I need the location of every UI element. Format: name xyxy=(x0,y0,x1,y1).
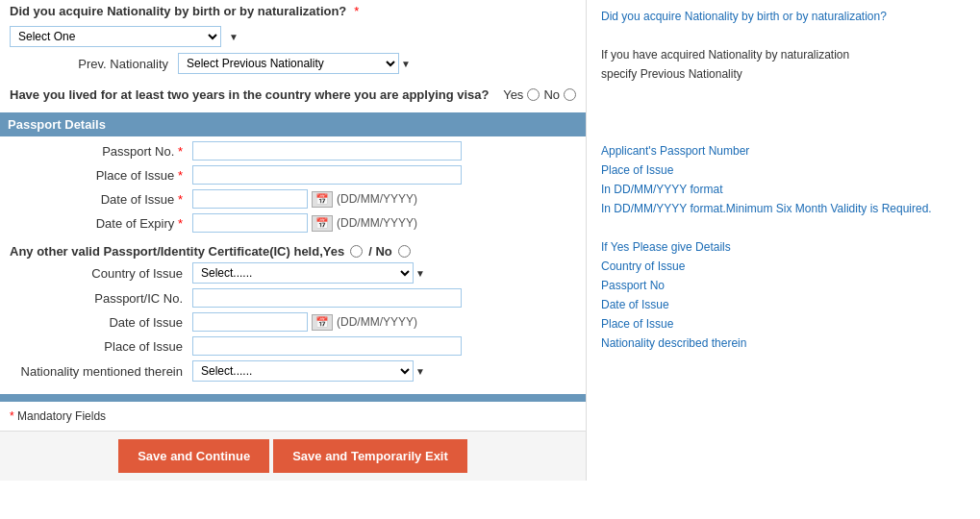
help-any-other-passport: If Yes Please give Details xyxy=(601,240,966,254)
passport-place-label: Place of Issue * xyxy=(10,168,192,183)
passport-doi-calendar[interactable]: 📅 xyxy=(312,191,333,208)
nationality-select-arrow: ▼ xyxy=(229,32,239,42)
help-passport-no: Passport No xyxy=(601,279,966,292)
nationality-select[interactable]: Select One By Birth By Naturalization xyxy=(10,26,221,47)
prev-nationality-row: Prev. Nationality Select Previous Nation… xyxy=(0,51,586,76)
help-date-of-issue2: Date of Issue xyxy=(601,298,966,311)
passport-doi-required: * xyxy=(178,192,183,207)
main-container: Did you acquire Nationality by birth or … xyxy=(0,0,980,481)
other-doi-input[interactable] xyxy=(192,312,308,332)
passport-doi-format: (DD/MM/YYYY) xyxy=(337,192,417,206)
passport-doi-row: Date of Issue * 📅 (DD/MM/YYYY) xyxy=(10,189,576,209)
other-doi-format: (DD/MM/YYYY) xyxy=(337,315,417,329)
other-country-arrow: ▼ xyxy=(415,268,425,279)
passport-doi-input[interactable] xyxy=(192,189,308,209)
other-doi-calendar[interactable]: 📅 xyxy=(312,314,333,331)
passport-doe-input[interactable] xyxy=(192,213,308,233)
other-nationality-row: Nationality mentioned therein Select....… xyxy=(10,360,576,382)
prev-nationality-label: Prev. Nationality xyxy=(10,57,178,71)
passport-doe-required: * xyxy=(178,216,183,231)
passport-place-required: * xyxy=(178,168,183,183)
other-passport-fields: Country of Issue Select...... ▼ Passport… xyxy=(0,262,586,382)
nationality-question-label: Did you acquire Nationality by birth or … xyxy=(10,4,346,18)
other-place-label: Place of Issue xyxy=(10,339,192,354)
prev-nationality-select[interactable]: Select Previous Nationality xyxy=(178,53,399,74)
passport-doe-row: Date of Expiry * 📅 (DD/MM/YYYY) xyxy=(10,213,576,233)
save-continue-button[interactable]: Save and Continue xyxy=(118,439,269,473)
help-nationality-described: Nationality described therein xyxy=(601,336,966,350)
other-passport-row: Any other valid Passport/Identity Certif… xyxy=(0,240,586,262)
help-date-of-issue-format: In DD/MM/YYYY format xyxy=(601,183,966,196)
other-place-row: Place of Issue xyxy=(10,336,576,356)
no-radio[interactable] xyxy=(564,88,576,101)
button-row: Save and Continue Save and Temporarily E… xyxy=(0,431,586,481)
passport-doe-calendar[interactable]: 📅 xyxy=(312,215,333,232)
other-passport-no-label: Passport/IC No. xyxy=(10,291,192,306)
passport-no-row: Passport No. * xyxy=(10,141,576,161)
passport-no-label: Passport No. * xyxy=(10,144,192,159)
yes-radio[interactable] xyxy=(527,88,540,101)
content-area: Did you acquire Nationality by birth or … xyxy=(0,0,980,481)
other-passport-question: Any other valid Passport/Identity Certif… xyxy=(10,244,344,259)
mandatory-fields-note: * Mandatory Fields xyxy=(0,402,586,431)
right-panel: Did you acquire Nationality by birth or … xyxy=(587,0,980,481)
help-country-of-issue: Country of Issue xyxy=(601,260,966,273)
passport-no-required: * xyxy=(178,144,183,159)
help-naturalization-note2: specify Previous Nationality xyxy=(601,67,966,81)
other-doi-wrap: 📅 (DD/MM/YYYY) xyxy=(192,312,417,332)
other-doi-row: Date of Issue 📅 (DD/MM/YYYY) xyxy=(10,312,576,332)
nationality-question-row: Did you acquire Nationality by birth or … xyxy=(0,0,586,51)
passport-place-input[interactable] xyxy=(192,165,462,185)
other-doi-label: Date of Issue xyxy=(10,315,192,330)
other-nationality-select[interactable]: Select...... xyxy=(192,360,414,382)
other-country-select[interactable]: Select...... xyxy=(192,262,414,284)
passport-doi-label: Date of Issue * xyxy=(10,192,192,207)
other-nationality-arrow: ▼ xyxy=(415,366,425,377)
prev-nationality-arrow: ▼ xyxy=(401,59,411,69)
help-place-of-issue: Place of Issue xyxy=(601,163,966,177)
other-passport-no-label: / No xyxy=(368,244,392,259)
mandatory-star: * xyxy=(10,409,17,423)
help-date-of-expiry-format: In DD/MM/YYYY format.Minimum Six Month V… xyxy=(601,202,966,215)
passport-section-header: Passport Details xyxy=(0,112,586,136)
yes-label: Yes xyxy=(503,87,523,102)
passport-doe-wrap: 📅 (DD/MM/YYYY) xyxy=(192,213,417,233)
left-panel: Did you acquire Nationality by birth or … xyxy=(0,0,587,481)
passport-no-input[interactable] xyxy=(192,141,462,161)
other-country-label: Country of Issue xyxy=(10,266,192,281)
help-place-of-issue2: Place of Issue xyxy=(601,317,966,331)
help-passport-number: Applicant's Passport Number xyxy=(601,144,966,158)
other-country-row: Country of Issue Select...... ▼ xyxy=(10,262,576,284)
other-passport-no-input[interactable] xyxy=(192,288,462,308)
other-nationality-label: Nationality mentioned therein xyxy=(10,364,192,379)
help-naturalization-note1: If you have acquired Nationality by natu… xyxy=(601,48,966,62)
bottom-bar xyxy=(0,394,586,402)
other-passport-yes-radio[interactable] xyxy=(350,245,363,258)
help-nationality-question: Did you acquire Nationality by birth or … xyxy=(601,10,966,23)
passport-place-row: Place of Issue * xyxy=(10,165,576,185)
passport-doi-wrap: 📅 (DD/MM/YYYY) xyxy=(192,189,417,209)
residence-question-label: Have you lived for at least two years in… xyxy=(10,87,495,102)
other-passport-no-radio[interactable] xyxy=(398,245,411,258)
no-label: No xyxy=(543,87,560,102)
residence-yes-no: Yes No xyxy=(503,87,576,102)
other-passport-no-row: Passport/IC No. xyxy=(10,288,576,308)
nationality-required-star: * xyxy=(354,4,359,18)
mandatory-text: Mandatory Fields xyxy=(17,409,106,423)
passport-fields: Passport No. * Place of Issue * xyxy=(0,141,586,233)
passport-doe-label: Date of Expiry * xyxy=(10,216,192,231)
save-exit-button[interactable]: Save and Temporarily Exit xyxy=(273,439,467,473)
residence-question-row: Have you lived for at least two years in… xyxy=(0,82,586,108)
passport-doe-format: (DD/MM/YYYY) xyxy=(337,216,417,230)
other-place-input[interactable] xyxy=(192,336,462,356)
